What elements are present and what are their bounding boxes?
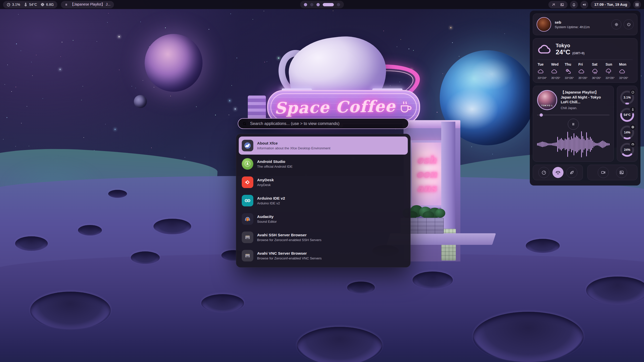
waveform-bar	[561, 138, 562, 151]
waveform-bar	[550, 143, 550, 145]
app-list-item[interactable]: Avahi VNC Server BrowserBrowse for Zeroc…	[239, 247, 408, 265]
waveform-bar	[576, 135, 577, 153]
waveform-bar	[605, 142, 606, 147]
waveform-bar	[545, 142, 545, 147]
search-input[interactable]	[250, 121, 404, 126]
workspace-dot-1[interactable]	[304, 3, 307, 6]
dashboard-button[interactable]	[633, 1, 641, 9]
moon-crater	[201, 294, 244, 312]
workspace-indicator[interactable]	[300, 1, 344, 8]
cloud-icon	[551, 68, 558, 75]
media-pill-label: 【Japanese Playlist】 J...	[70, 2, 111, 7]
waveform-bar	[547, 143, 548, 146]
seek-thumb[interactable]	[540, 113, 543, 117]
leaf-quick-button[interactable]	[566, 167, 577, 178]
speaker-icon	[582, 3, 586, 7]
app-list-item[interactable]: Android StudioThe official Android IDE	[239, 155, 408, 173]
moon-crater	[153, 219, 191, 234]
clock-pill[interactable]: 17:09 - Tue, 19 Aug	[591, 1, 631, 8]
waveform-bar	[571, 136, 572, 152]
grid-icon	[635, 3, 639, 7]
desktop: Space Coffee esh oon ans	[0, 0, 644, 362]
volume-button[interactable]	[580, 1, 588, 9]
app-description: Browse for Zeroconf-enabled SSH Servers	[257, 238, 321, 242]
divider	[538, 60, 633, 60]
window-neon-text: oon	[416, 169, 437, 179]
purple-planet	[145, 34, 203, 92]
clock-label: 17:09 - Tue, 19 Aug	[594, 3, 627, 7]
speedometer-icon	[541, 170, 546, 175]
quick-actions-right	[587, 165, 637, 180]
moon-crater	[131, 251, 160, 264]
app-list-item[interactable]: AnyDeskAnyDesk	[239, 173, 408, 191]
image-icon	[619, 170, 624, 175]
waveform-bar	[575, 137, 576, 151]
window-neon-text: esh	[417, 155, 436, 165]
android-studio-app-icon	[242, 158, 253, 170]
building-facade: esh oon ans	[404, 128, 460, 261]
chip-icon	[631, 125, 634, 129]
sun-cloud-icon	[565, 68, 571, 75]
app-name: AnyDesk	[257, 177, 274, 182]
app-list-item-selected[interactable]: About XfceInformation about the Xfce Des…	[239, 137, 408, 155]
app-list-item[interactable]: Avahi SSH Server BrowserBrowse for Zeroc…	[239, 228, 408, 246]
waveform-bar	[579, 138, 579, 151]
waveform-bar	[541, 142, 542, 147]
waveform-bar	[584, 139, 584, 150]
waveform-bar	[574, 133, 574, 155]
waveform-bar	[597, 143, 598, 145]
waveform-bar	[556, 142, 557, 146]
seek-bar[interactable]	[537, 113, 610, 117]
waveform-bar	[586, 132, 587, 156]
bell-icon	[572, 3, 576, 7]
waveform-bar	[608, 143, 608, 145]
workspace-dot-4[interactable]	[323, 3, 334, 6]
waveform-bar	[560, 139, 560, 150]
waveform-bar	[590, 137, 591, 152]
album-art: TOKYO L	[537, 90, 557, 110]
workspace-dot-5[interactable]	[337, 3, 340, 6]
workspace-dot-3[interactable]	[316, 3, 320, 6]
waveform-bar	[540, 142, 540, 147]
settings-button[interactable]	[611, 19, 621, 29]
forecast-day-mon: Mon33°/26°	[619, 62, 633, 79]
forecast-day-tue: Tue33°/24°	[538, 62, 551, 79]
sidebar-panel: seb System Uptime: 4h11m Tokyo 24°C (GMT…	[530, 11, 640, 186]
power-button[interactable]	[624, 19, 634, 29]
forecast-day-sat: Sat36°/26°	[592, 62, 606, 79]
app-list-item[interactable]: AudacitySound Editor	[239, 210, 408, 228]
pause-icon	[64, 3, 68, 7]
username: seb	[555, 20, 590, 24]
media-player-pill[interactable]: 【Japanese Playlist】 J...	[61, 1, 114, 8]
gear-icon	[614, 22, 619, 27]
app-list-item[interactable]: Arduino IDE v2Arduino IDE v2	[239, 192, 408, 210]
video-quick-button[interactable]	[598, 167, 609, 178]
utilities-pill[interactable]	[548, 1, 568, 8]
waveform-bar	[564, 140, 564, 148]
app-name: Android Studio	[257, 159, 293, 164]
quick-actions-left	[533, 165, 583, 180]
image-quick-button[interactable]	[616, 167, 627, 178]
gauge-speedometer: 3.1%	[619, 90, 635, 105]
notifications-button[interactable]	[570, 1, 578, 9]
storm-icon	[606, 68, 612, 75]
waveform-bar	[543, 142, 544, 147]
speedometer-quick-button[interactable]	[538, 167, 549, 178]
waveform-bar	[577, 137, 578, 152]
top-bar-tray: 17:09 - Tue, 19 Aug	[548, 1, 641, 9]
speaker-icon	[582, 3, 586, 7]
waveform-bar	[542, 142, 543, 147]
scales-quick-button[interactable]	[552, 167, 564, 178]
leaf-icon	[569, 170, 574, 175]
cloud-icon	[578, 68, 585, 75]
launcher-search-bar[interactable]	[238, 118, 409, 129]
weather-temperature: 24°C	[556, 48, 570, 56]
waveform-bar	[548, 143, 549, 145]
pause-button[interactable]	[568, 119, 579, 130]
pause-icon	[571, 122, 576, 126]
system-stats-pill[interactable]: 3.1% 54°C 6.8G	[3, 1, 57, 8]
gear-icon	[614, 22, 619, 27]
workspace-dot-2[interactable]	[310, 3, 313, 6]
anydesk-app-icon	[242, 176, 253, 188]
memory-stat: 6.8G	[41, 3, 54, 7]
